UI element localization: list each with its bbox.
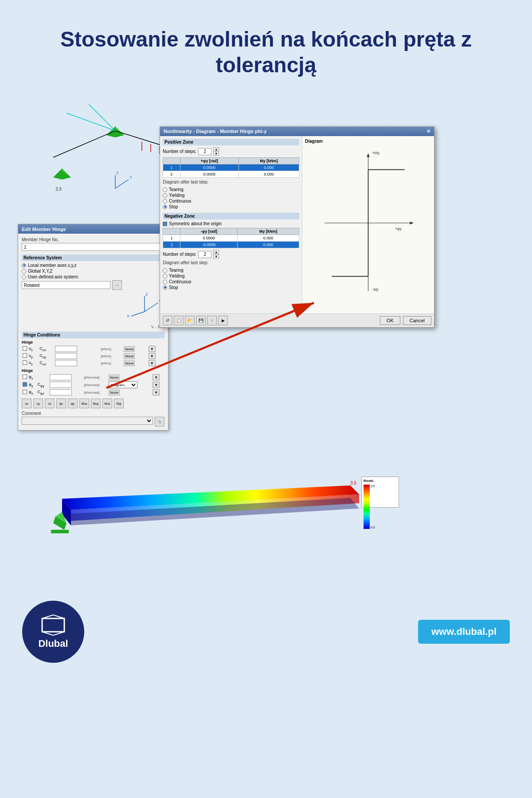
- pos-num-header: [163, 158, 180, 164]
- icon-btn-3[interactable]: 📂: [185, 316, 195, 325]
- color-scale-panel: Rozkł. 3.5 0.0: [361, 477, 399, 508]
- beam-3d-visualization: Rozkł. 3.5 0.0: [27, 472, 372, 561]
- edit-hinge-dialog: Edit Member Hinge ✕ Member Hinge No. Ref…: [18, 224, 168, 430]
- neg-num-header: [163, 228, 180, 235]
- cancel-button[interactable]: Cancel: [403, 316, 431, 325]
- neg-steps-down[interactable]: ▼: [213, 254, 219, 258]
- btn-muy[interactable]: Muy: [91, 399, 101, 408]
- phiz-checkbox[interactable]: [23, 390, 27, 394]
- diagram-svg: +My +φy -My: [305, 145, 431, 301]
- website-text: www.dlubal.pl: [431, 626, 497, 637]
- radio-continuous[interactable]: [163, 199, 167, 203]
- radio-global[interactable]: [22, 269, 26, 274]
- btn-ux[interactable]: ux: [22, 399, 31, 408]
- pos-row-2[interactable]: 2 0.0005 0.000: [163, 171, 299, 178]
- neg-my-2[interactable]: 0.000: [238, 242, 299, 248]
- icon-btn-4[interactable]: 💾: [196, 316, 206, 325]
- neg-radio-tearing[interactable]: [163, 268, 167, 273]
- main-content: 0.8 3.3 Y Z Edit Member Hinge ✕ Member H…: [0, 91, 532, 579]
- phiy-nonlin-select[interactable]: Diagram...: [109, 381, 137, 388]
- neg-row-2[interactable]: 2 -0.0005 0.000: [163, 242, 299, 248]
- member-hinge-input[interactable]: [22, 243, 164, 251]
- pos-my-1[interactable]: 0.000: [239, 164, 299, 171]
- pos-my-2[interactable]: 0.000: [239, 171, 299, 178]
- comment-btn[interactable]: 📎: [155, 417, 164, 426]
- btn-uz[interactable]: uz: [45, 399, 55, 408]
- phiy-checkbox[interactable]: [23, 382, 27, 387]
- btn-uy[interactable]: uy: [33, 399, 43, 408]
- label-stop: Stop: [169, 204, 178, 209]
- svg-line-23: [131, 312, 145, 316]
- phiz-nonlin: None: [109, 390, 120, 395]
- radio-global-label: Global X,Y,Z: [28, 269, 52, 274]
- btn-phix[interactable]: φx: [56, 399, 66, 408]
- phiz-nonlin-btn[interactable]: ▼: [153, 389, 160, 395]
- beam-svg: 3.5: [27, 472, 364, 561]
- btn-muz[interactable]: Muz: [102, 399, 112, 408]
- phix-nonlin-btn[interactable]: ▼: [153, 374, 160, 380]
- neg-label-continuous: Continuous: [169, 279, 192, 284]
- neg-radio-stop[interactable]: [163, 286, 167, 290]
- phiy-nonlin-btn[interactable]: ▼: [153, 382, 160, 388]
- symmetric-checkbox[interactable]: [163, 222, 167, 226]
- icon-btn-6[interactable]: ▶: [218, 316, 228, 325]
- symmetric-label: Symmetric about the origin: [169, 221, 222, 226]
- steps-input[interactable]: [198, 148, 211, 155]
- svg-rect-47: [42, 618, 64, 632]
- btn-mux[interactable]: Mux: [79, 399, 89, 408]
- cphix-input[interactable]: [50, 374, 72, 380]
- pos-phi-header: +φy [rad]: [180, 158, 239, 164]
- neg-phi-1[interactable]: 0.0000: [180, 235, 238, 242]
- icon-btn-5[interactable]: ↑: [207, 316, 217, 325]
- neg-steps-input[interactable]: [198, 251, 211, 258]
- title-section: Stosowanie zwolnień na końcach pręta z t…: [0, 0, 532, 91]
- cuy-input[interactable]: [55, 353, 77, 359]
- neg-phi-2[interactable]: -0.0005: [180, 242, 238, 248]
- steps-down[interactable]: ▼: [213, 152, 219, 156]
- phix-checkbox[interactable]: [23, 375, 27, 379]
- scale-min: 0.0: [371, 526, 375, 529]
- ok-button[interactable]: OK: [380, 316, 400, 325]
- hinge2-label: Hinge: [22, 368, 164, 373]
- edit-hinge-titlebar: Edit Member Hinge ✕: [18, 224, 168, 234]
- neg-my-1[interactable]: 0.000: [238, 235, 299, 242]
- cuz-input[interactable]: [55, 360, 77, 366]
- steps-up[interactable]: ▲: [213, 147, 219, 151]
- pos-row-1[interactable]: 1 0.0000 0.000: [163, 164, 299, 171]
- neg-steps-up[interactable]: ▲: [213, 250, 219, 254]
- neg-num-2: 2: [163, 242, 180, 248]
- comment-select[interactable]: [22, 417, 153, 425]
- btn-phiy[interactable]: φy: [68, 399, 78, 408]
- radio-local[interactable]: [22, 263, 26, 268]
- website-badge[interactable]: www.dlubal.pl: [418, 620, 510, 644]
- uz-nonlin-btn[interactable]: ▼: [149, 360, 156, 366]
- uz-checkbox[interactable]: [23, 360, 27, 365]
- ux-nonlin-btn[interactable]: ▼: [149, 346, 156, 352]
- icon-btn-2[interactable]: 📋: [174, 316, 184, 325]
- pos-phi-2[interactable]: 0.0005: [180, 171, 239, 178]
- neg-row-1[interactable]: 1 0.0000 0.000: [163, 235, 299, 242]
- btn-mphi[interactable]: Mφ: [114, 399, 124, 408]
- user-axis-btn[interactable]: ⋯: [112, 280, 122, 290]
- cux-input[interactable]: [55, 346, 77, 352]
- radio-tearing[interactable]: [163, 188, 167, 192]
- cphiz-input[interactable]: [50, 389, 72, 395]
- neg-steps-label: Number of steps:: [163, 252, 196, 257]
- uy-nonlin-btn[interactable]: ▼: [149, 353, 156, 359]
- ux-checkbox[interactable]: [23, 346, 27, 351]
- nonlin-left-panel: Positive Zone Number of steps: ▲ ▼ +φy […: [160, 136, 302, 313]
- nonlinearity-dialog: Nonlinearity - Diagram - Member Hinge ph…: [160, 126, 434, 328]
- neg-radio-continuous[interactable]: [163, 280, 167, 284]
- radio-stop[interactable]: [163, 205, 167, 209]
- icon-btn-1[interactable]: ↺: [163, 316, 172, 325]
- cphiy-input[interactable]: [50, 382, 72, 388]
- svg-text:X: X: [127, 314, 129, 318]
- neg-radio-yielding[interactable]: [163, 274, 167, 278]
- uy-checkbox[interactable]: [23, 353, 27, 358]
- pos-phi-1[interactable]: 0.0000: [180, 164, 239, 171]
- nonlin-close-icon[interactable]: ✕: [426, 129, 430, 134]
- svg-text:-My: -My: [372, 287, 379, 292]
- user-axis-input[interactable]: [22, 281, 110, 289]
- radio-user[interactable]: [22, 275, 26, 279]
- radio-yielding[interactable]: [163, 193, 167, 198]
